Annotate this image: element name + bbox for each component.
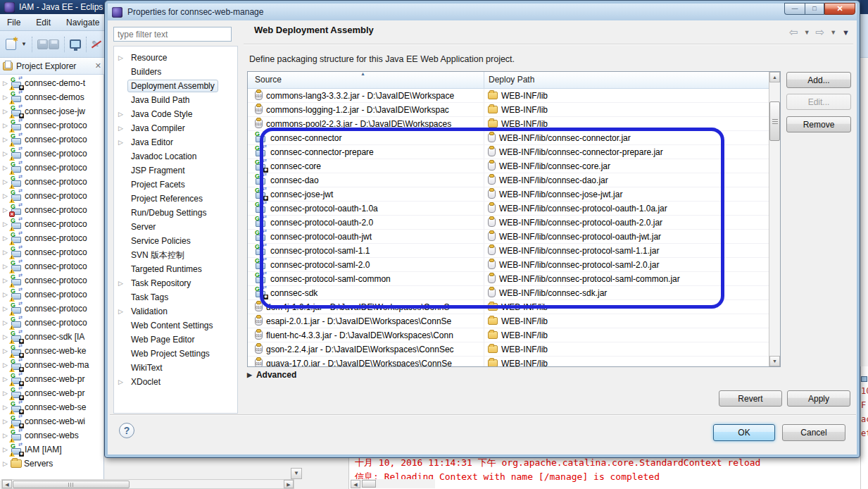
explorer-item[interactable]: ▷G⇄connsec-protoco xyxy=(0,316,104,330)
expand-icon[interactable]: ▷ xyxy=(3,249,8,256)
properties-tree-item[interactable]: Project Facets xyxy=(114,178,237,192)
expand-icon[interactable]: ▷ xyxy=(118,125,125,132)
table-row[interactable]: G⇄✱connsec-jose-jwtWEB-INF/lib/connsec-j… xyxy=(248,187,769,202)
table-row[interactable]: G⇄connsec-protocol-saml-commonWEB-INF/li… xyxy=(248,272,769,286)
new-dropdown-icon[interactable]: ▼ xyxy=(21,41,27,47)
explorer-item[interactable]: ▷G⇄connsec-protoco xyxy=(0,231,104,245)
explorer-item[interactable]: ▷Servers xyxy=(0,457,104,471)
table-row[interactable]: gson-2.2.4.jar - D:\JavaIDE\Workspaces\C… xyxy=(248,342,769,357)
properties-tree-item[interactable]: Web Project Settings xyxy=(114,347,237,361)
properties-tree-item[interactable]: Web Page Editor xyxy=(114,333,237,347)
properties-tree-item[interactable]: Project References xyxy=(114,192,237,206)
expand-icon[interactable]: ▷ xyxy=(3,263,8,270)
add-button[interactable]: Add... xyxy=(786,72,851,88)
explorer-item[interactable]: ▷G⇄✱connsec-web-pr xyxy=(0,386,104,400)
expand-icon[interactable]: ▷ xyxy=(3,164,8,171)
scrollbar-thumb[interactable] xyxy=(362,480,376,488)
forward-dropdown-icon[interactable]: ▼ xyxy=(830,29,836,36)
table-row[interactable]: fluent-hc-4.3.3.jar - D:\JavaIDE\Workspa… xyxy=(248,328,769,342)
expand-icon[interactable]: ▷ xyxy=(3,376,8,383)
revert-button[interactable]: Revert xyxy=(719,390,782,407)
expand-icon[interactable]: ▷ xyxy=(3,404,8,411)
properties-tree-item[interactable]: Service Policies xyxy=(114,234,237,248)
column-source[interactable]: ▲ Source xyxy=(248,72,484,88)
explorer-item[interactable]: ▷G⇄connsec-protoco xyxy=(0,189,104,203)
properties-tree-item[interactable]: Builders xyxy=(114,65,237,79)
explorer-item[interactable]: ▷G⇄✱connsec-sdk [IA xyxy=(0,330,104,344)
properties-tree-item[interactable]: ▷Task Repository xyxy=(114,276,237,290)
expand-icon[interactable]: ▷ xyxy=(3,305,8,312)
table-row[interactable]: G⇄connsec-protocol-saml-2.0WEB-INF/lib/c… xyxy=(248,258,769,272)
properties-tree-item[interactable]: ▷Java Compiler xyxy=(114,121,237,135)
properties-tree-item[interactable]: ▷Resource xyxy=(114,51,237,65)
minimize-icon[interactable]: — xyxy=(784,3,805,15)
explorer-item[interactable]: ▷G⇄connsec-protoco xyxy=(0,287,104,302)
expand-icon[interactable]: ▷ xyxy=(3,178,8,185)
expand-icon[interactable]: ▷ xyxy=(3,80,8,87)
table-row[interactable]: G⇄connsec-daoWEB-INF/lib/connsec-dao.jar xyxy=(248,173,769,187)
scroll-left-icon[interactable]: ◀ xyxy=(2,480,12,488)
menu-item-file[interactable]: File xyxy=(7,18,20,27)
properties-tree-item[interactable]: ▷XDoclet xyxy=(114,375,237,389)
explorer-item[interactable]: ▷G⇄✱connsec-web-wi xyxy=(0,414,104,428)
explorer-item[interactable]: ▷G⇄connsec-protoco xyxy=(0,259,104,273)
expand-icon[interactable]: ▷ xyxy=(3,291,8,298)
explorer-horizontal-scrollbar[interactable]: ◀ ▶ xyxy=(1,479,294,489)
properties-tree-item[interactable]: Javadoc Location xyxy=(114,149,237,163)
maximize-icon[interactable]: □ xyxy=(805,3,824,15)
properties-tree-item[interactable]: Run/Debug Settings xyxy=(114,206,237,220)
table-row[interactable]: dom4j-1.6.1.jar - D:\JavaIDE\Workspaces\… xyxy=(248,300,769,314)
explorer-item[interactable]: ▷G⇄connsec-protoco xyxy=(0,147,104,161)
expand-icon[interactable]: ▷ xyxy=(3,319,8,326)
table-row[interactable]: commons-lang3-3.3.2.jar - D:\JavaIDE\Wor… xyxy=(248,89,769,103)
column-deploy-path[interactable]: Deploy Path xyxy=(484,72,769,88)
explorer-item[interactable]: ▷G⇄connsec-protoco xyxy=(0,217,104,231)
expand-icon[interactable]: ▷ xyxy=(118,139,125,146)
expand-icon[interactable]: ▷ xyxy=(118,308,125,315)
scroll-down-icon[interactable]: ▼ xyxy=(769,356,780,366)
expand-icon[interactable]: ▷ xyxy=(118,280,125,287)
ok-button[interactable]: OK xyxy=(713,424,775,441)
explorer-item[interactable]: ▷G⇄connsec-webs xyxy=(0,428,104,442)
explorer-item[interactable]: ▷G⇄✱connsec-web-se xyxy=(0,400,104,414)
expand-icon[interactable]: ▷ xyxy=(3,418,8,425)
expand-icon[interactable]: ▷ xyxy=(3,192,8,199)
scroll-left-icon[interactable]: ◀ xyxy=(351,480,360,488)
explorer-item[interactable]: ▷G⇄✱connsec-web-pr xyxy=(0,372,104,386)
table-header[interactable]: ▲ Source Deploy Path xyxy=(248,72,769,89)
close-view-icon[interactable]: ✕ xyxy=(95,61,101,70)
explorer-item[interactable]: ▷G⇄connsec-protoco xyxy=(0,245,104,259)
table-row[interactable]: esapi-2.0.1.jar - D:\JavaIDE\Workspaces\… xyxy=(248,314,769,328)
properties-tree-item[interactable]: Java Build Path xyxy=(114,93,237,107)
edit-button[interactable]: Edit... xyxy=(786,94,851,110)
scrollbar-thumb[interactable] xyxy=(13,481,130,488)
explorer-item[interactable]: ▷G⇄connsec-demos xyxy=(0,90,104,104)
table-row[interactable]: G⇄connsec-protocol-oauth-2.0WEB-INF/lib/… xyxy=(248,216,769,230)
expand-icon[interactable]: ▷ xyxy=(3,347,8,354)
table-vertical-scrollbar[interactable]: ▲ ▼ xyxy=(769,72,780,366)
expand-icon[interactable]: ▶ xyxy=(247,371,252,378)
console-monitor-icon[interactable] xyxy=(70,39,81,49)
scroll-right-icon[interactable]: ▶ xyxy=(284,480,294,488)
expand-icon[interactable]: ▷ xyxy=(3,221,8,228)
properties-tree-item[interactable]: ▷Java Editor xyxy=(114,135,237,149)
expand-icon[interactable]: ▷ xyxy=(3,333,8,340)
project-explorer-tab[interactable]: Project Explorer ✕ xyxy=(0,58,104,75)
properties-tree-item[interactable]: Task Tags xyxy=(114,290,237,304)
table-row[interactable]: G⇄connsec-connectorWEB-INF/lib/connsec-c… xyxy=(248,131,769,145)
expand-icon[interactable]: ▷ xyxy=(118,54,125,61)
expand-icon[interactable]: ▷ xyxy=(118,111,125,118)
explorer-item[interactable]: ▷G⇄✱connsec-demo-t xyxy=(0,76,104,90)
cancel-button[interactable]: Cancel xyxy=(782,424,845,441)
properties-tree-item[interactable]: Web Content Settings xyxy=(114,318,237,333)
scroll-up-icon[interactable]: ▲ xyxy=(769,72,780,82)
help-button[interactable]: ? xyxy=(119,423,134,438)
expand-icon[interactable]: ▷ xyxy=(3,446,8,453)
properties-tree-item[interactable]: WikiText xyxy=(114,361,237,375)
table-row[interactable]: G⇄✱connsec-sdkWEB-INF/lib/connsec-sdk.ja… xyxy=(248,286,769,300)
table-row[interactable]: G⇄connsec-protocol-oauth-1.0aWEB-INF/lib… xyxy=(248,202,769,216)
back-dropdown-icon[interactable]: ▼ xyxy=(804,29,810,36)
dialog-titlebar[interactable]: Properties for connsec-web-manage xyxy=(108,4,857,20)
explorer-item[interactable]: ▷G⇄connsec-protoco xyxy=(0,302,104,316)
properties-tree-item[interactable]: SVN 版本控制 xyxy=(114,248,237,262)
